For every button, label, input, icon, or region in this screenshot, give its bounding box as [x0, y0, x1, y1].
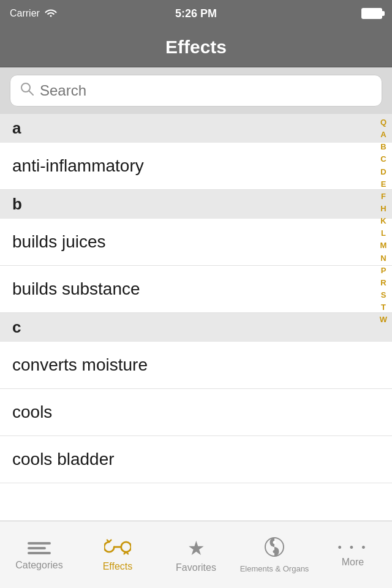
elements-organs-icon [264, 537, 285, 562]
list-item[interactable]: converts moisture [0, 342, 392, 389]
section-header-a: a [0, 114, 392, 143]
alpha-index-letter[interactable]: B [375, 141, 392, 153]
list-item[interactable]: cools [0, 389, 392, 436]
effects-icon [104, 538, 131, 559]
alpha-index-letter[interactable]: F [375, 190, 392, 203]
search-bar-container [0, 67, 392, 114]
alpha-index-letter[interactable]: W [375, 314, 392, 326]
tab-favorites-label: Favorites [176, 562, 216, 573]
alpha-index-letter[interactable]: P [375, 265, 392, 277]
tab-effects[interactable]: Effects [78, 538, 157, 572]
nav-bar: Effects [0, 27, 392, 67]
wifi-icon [45, 7, 57, 20]
alpha-index-letter[interactable]: E [375, 178, 392, 190]
tab-more[interactable]: • • • More [314, 541, 392, 568]
list-item[interactable]: cools bladder [0, 436, 392, 483]
favorites-icon: ★ [187, 537, 205, 560]
tab-elements-organs-label: Elements & Organs [240, 564, 309, 573]
list-item[interactable]: builds substance [0, 266, 392, 313]
alpha-index-letter[interactable]: T [375, 301, 392, 314]
list-item[interactable]: builds juices [0, 219, 392, 266]
status-bar: Carrier 5:26 PM [0, 0, 392, 27]
alpha-index-letter[interactable]: S [375, 289, 392, 301]
tab-categories-label: Categories [15, 560, 62, 571]
section-header-c: c [0, 313, 392, 342]
alpha-index-letter[interactable]: Q [375, 116, 392, 129]
search-bar[interactable] [10, 75, 382, 107]
alpha-index-letter[interactable]: N [375, 252, 392, 265]
alpha-index-letter[interactable]: D [375, 166, 392, 178]
alpha-index-letter[interactable]: A [375, 129, 392, 141]
svg-point-3 [273, 541, 276, 544]
tab-elements-organs[interactable]: Elements & Organs [235, 537, 314, 573]
search-icon [20, 82, 34, 99]
more-icon: • • • [338, 541, 368, 554]
tab-categories[interactable]: Categories [0, 539, 78, 571]
battery-icon [361, 8, 382, 19]
svg-line-1 [29, 91, 34, 96]
nav-title: Effects [165, 37, 227, 58]
alpha-index-letter[interactable]: C [375, 153, 392, 165]
alpha-index-letter[interactable]: H [375, 203, 392, 215]
list-item[interactable]: anti-inflammatory [0, 143, 392, 190]
alpha-index-letter[interactable]: L [375, 227, 392, 239]
list-container: a anti-inflammatory b builds juices buil… [0, 114, 392, 552]
section-header-b: b [0, 190, 392, 219]
alpha-index-letter[interactable]: K [375, 215, 392, 227]
alpha-index-letter[interactable]: M [375, 239, 392, 252]
alphabet-index: QABCDEFHKLMNPRSTW [375, 114, 392, 326]
svg-point-4 [273, 550, 276, 553]
alpha-index-letter[interactable]: R [375, 277, 392, 289]
tab-bar: Categories Effects ★ Favorites [0, 521, 392, 588]
status-time: 5:26 PM [175, 7, 217, 20]
search-input[interactable] [40, 82, 372, 99]
tab-more-label: More [342, 557, 364, 568]
tab-favorites[interactable]: ★ Favorites [157, 537, 235, 573]
categories-icon [28, 539, 51, 557]
carrier-label: Carrier [10, 8, 40, 19]
tab-effects-label: Effects [103, 561, 133, 572]
